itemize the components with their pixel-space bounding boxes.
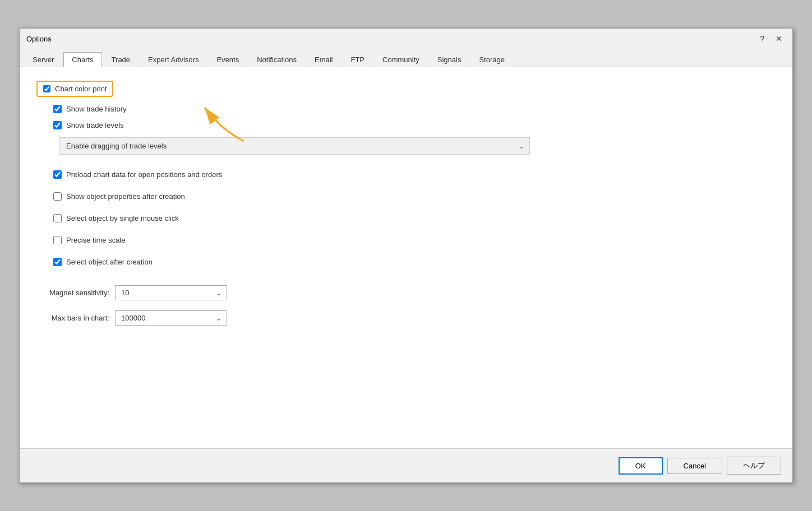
magnet-sensitivity-dropdown-wrapper: 1 5 10 20 50 ⌄ [115,285,227,300]
tab-storage[interactable]: Storage [470,52,513,67]
magnet-sensitivity-row: Magnet sensitivity: 1 5 10 20 50 ⌄ [36,285,776,300]
trade-levels-dropdown[interactable]: Enable dragging of trade levels Disable … [59,137,530,155]
select-after-creation-row: Select object after creation [53,258,776,266]
chart-color-print-checkbox[interactable] [43,85,50,92]
chart-color-print-highlighted: Chart color print [36,81,113,97]
show-trade-history-label: Show trade history [66,105,127,113]
ok-button[interactable]: OK [619,457,663,475]
tab-email[interactable]: Email [306,52,342,67]
tab-ftp[interactable]: FTP [342,52,373,67]
max-bars-dropdown-wrapper: 1000 10000 100000 500000 Unlimited ⌄ [115,310,227,326]
preload-chart-data-label: Preload chart data for open positions an… [66,170,222,179]
help-footer-button[interactable]: ヘルプ [727,457,781,475]
show-object-properties-row: Show object properties after creation [53,192,776,201]
show-object-properties-label: Show object properties after creation [66,192,185,201]
show-trade-levels-checkbox[interactable] [53,121,62,129]
precise-time-scale-row: Precise time scale [53,236,776,244]
tab-expert-advisors[interactable]: Expert Advisors [140,52,207,67]
trade-levels-dropdown-row: Enable dragging of trade levels Disable … [59,137,776,155]
preload-chart-data-row: Preload chart data for open positions an… [53,170,776,179]
magnet-sensitivity-dropdown[interactable]: 1 5 10 20 50 [115,285,227,300]
magnet-sensitivity-label: Magnet sensitivity: [36,289,109,297]
footer: OK Cancel ヘルプ [20,448,792,482]
max-bars-dropdown[interactable]: 1000 10000 100000 500000 Unlimited [115,310,227,326]
title-bar: Options ? ✕ [20,29,792,49]
tab-trade[interactable]: Trade [103,52,139,67]
annotation-container: Chart color print Show trade history S [36,81,776,129]
close-button[interactable]: ✕ [772,33,786,44]
tab-signals[interactable]: Signals [429,52,470,67]
precise-time-scale-label: Precise time scale [66,236,125,244]
preload-chart-data-checkbox[interactable] [53,170,62,179]
trade-levels-dropdown-wrapper: Enable dragging of trade levels Disable … [59,137,530,155]
help-button[interactable]: ? [756,33,768,44]
select-by-single-click-row: Select object by single mouse click [53,214,776,222]
tab-community[interactable]: Community [374,52,428,67]
content-area: Chart color print Show trade history S [20,67,792,448]
title-bar-controls: ? ✕ [756,33,786,44]
show-object-properties-checkbox[interactable] [53,192,62,201]
max-bars-row: Max bars in chart: 1000 10000 100000 500… [36,310,776,326]
show-trade-levels-label: Show trade levels [66,121,124,129]
show-trade-history-row: Show trade history [53,105,776,113]
show-trade-levels-row: Show trade levels [53,121,776,129]
precise-time-scale-checkbox[interactable] [53,236,62,244]
tabs-bar: Server Charts Trade Expert Advisors Even… [20,49,792,67]
tab-notifications[interactable]: Notifications [248,52,305,67]
tab-events[interactable]: Events [208,52,247,67]
select-by-single-click-checkbox[interactable] [53,214,62,222]
chart-color-print-label: Chart color print [55,85,107,93]
max-bars-label: Max bars in chart: [36,314,109,322]
window-title: Options [26,35,52,43]
tab-charts[interactable]: Charts [63,52,101,67]
select-after-creation-label: Select object after creation [66,258,153,266]
show-trade-history-checkbox[interactable] [53,105,62,113]
select-after-creation-checkbox[interactable] [53,258,62,266]
options-dialog: Options ? ✕ Server Charts Trade Expert A… [19,28,793,483]
select-by-single-click-label: Select object by single mouse click [66,214,179,222]
cancel-button[interactable]: Cancel [667,458,722,474]
tab-server[interactable]: Server [24,52,62,67]
